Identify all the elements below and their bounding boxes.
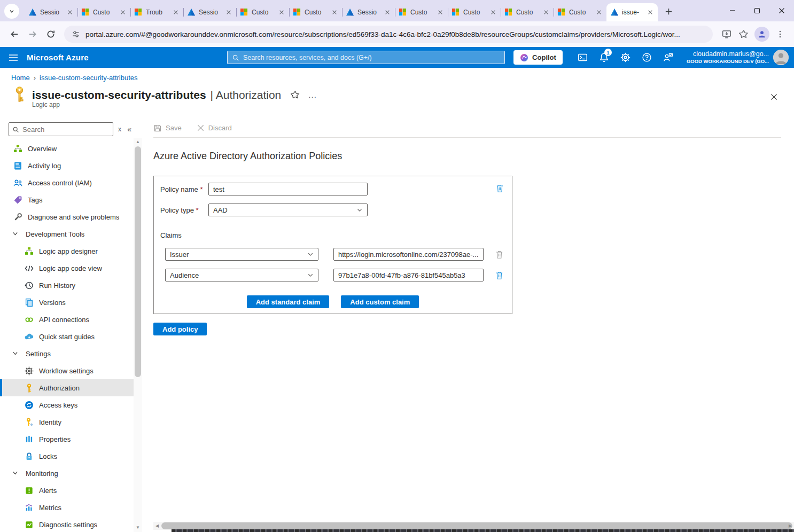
add-standard-claim-button[interactable]: Add standard claim (247, 295, 330, 308)
sidebar-item-access-keys[interactable]: Access keys (0, 396, 134, 413)
horizontal-scrollbar[interactable]: ◀ ▶ (153, 522, 794, 530)
sidebar-collapse-button[interactable]: « (127, 125, 131, 134)
sidebar-item-api-connections[interactable]: API connections (0, 311, 134, 328)
sidebar-item-quick-start-guides[interactable]: Quick start guides (0, 328, 134, 345)
sidebar-section-development-tools[interactable]: Development Tools (0, 225, 134, 242)
sidebar-search-input[interactable] (22, 126, 103, 134)
add-policy-button[interactable]: Add policy (153, 323, 207, 335)
azure-brand[interactable]: Microsoft Azure (27, 53, 89, 62)
delete-claim-button[interactable] (494, 270, 504, 280)
add-custom-claim-button[interactable]: Add custom claim (341, 295, 419, 308)
browser-tab[interactable]: Custo (554, 3, 606, 21)
sidebar-item-identity[interactable]: Identity (0, 413, 134, 431)
sidebar-item-workflow-settings[interactable]: Workflow settings (0, 362, 134, 379)
settings-button[interactable] (615, 47, 636, 68)
policy-name-input[interactable] (208, 183, 368, 195)
sidebar-item-access-control-iam[interactable]: Access control (IAM) (0, 174, 134, 191)
save-button[interactable]: Save (153, 124, 182, 132)
sidebar-item-diagnose-and-solve-problems[interactable]: Diagnose and solve problems (0, 208, 134, 225)
account-info[interactable]: cloudadmin.marius@go... GOOD WORKAROUND … (687, 50, 769, 65)
scroll-right-icon[interactable]: ▶ (787, 522, 794, 530)
minimize-button[interactable] (720, 0, 745, 21)
close-window-button[interactable] (769, 0, 794, 21)
cloud-shell-button[interactable] (572, 47, 594, 68)
browser-tab[interactable]: Custo (448, 3, 501, 21)
favorite-star-button[interactable] (291, 90, 300, 99)
tab-close-icon[interactable] (331, 9, 338, 16)
account-avatar[interactable] (773, 50, 789, 65)
help-button[interactable] (636, 47, 658, 68)
delete-claim-button[interactable] (494, 249, 504, 260)
browser-tab[interactable]: Sessio (25, 3, 77, 21)
sidebar-item-authorization[interactable]: Authorization (0, 379, 134, 396)
site-settings-icon[interactable] (72, 30, 80, 38)
tab-close-icon[interactable] (542, 9, 550, 16)
tab-close-icon[interactable] (119, 9, 127, 16)
claim-value-input[interactable] (333, 269, 484, 281)
portal-search-box[interactable]: Search resources, services, and docs (G+… (227, 51, 505, 64)
sidebar-item-properties[interactable]: Properties (0, 431, 134, 448)
reload-button[interactable] (42, 25, 60, 43)
delete-policy-button[interactable] (495, 183, 504, 193)
browser-tab[interactable]: Sessio (342, 3, 395, 21)
tab-close-icon[interactable] (225, 9, 232, 16)
feedback-button[interactable] (658, 47, 679, 68)
sidebar-item-versions[interactable]: Versions (0, 294, 134, 311)
browser-tab[interactable]: Troub (130, 3, 183, 21)
browser-menu-button[interactable] (772, 26, 789, 43)
sidebar-item-tags[interactable]: Tags (0, 191, 134, 208)
sidebar-section-monitoring[interactable]: Monitoring (0, 465, 134, 482)
browser-tab[interactable]: Custo (77, 3, 130, 21)
tab-close-icon[interactable] (489, 9, 497, 16)
sidebar-item-logic-app-designer[interactable]: Logic app designer (0, 242, 134, 260)
tab-close-icon[interactable] (66, 9, 74, 16)
policy-type-select[interactable]: AAD (208, 204, 368, 216)
back-button[interactable] (5, 25, 24, 43)
claim-value-input[interactable] (333, 248, 484, 261)
maximize-button[interactable] (745, 0, 769, 21)
tab-close-icon[interactable] (595, 9, 603, 16)
sidebar-item-locks[interactable]: Locks (0, 448, 134, 465)
browser-profile-button[interactable] (754, 27, 769, 42)
browser-tab[interactable]: Custo (236, 3, 289, 21)
sidebar-scrollbar-thumb[interactable] (135, 146, 141, 377)
sidebar-item-activity-log[interactable]: Activity log (0, 157, 134, 174)
sidebar-item-run-history[interactable]: Run History (0, 277, 134, 294)
scroll-left-icon[interactable]: ◀ (153, 522, 161, 530)
bookmark-button[interactable] (735, 26, 752, 43)
scroll-up-icon[interactable]: ▲ (134, 138, 142, 145)
claim-type-select[interactable]: Issuer (165, 248, 318, 261)
sidebar-item-overview[interactable]: Overview (0, 140, 134, 157)
sidebar-scrollbar[interactable]: ▲ ▼ (134, 138, 142, 532)
install-app-button[interactable] (718, 26, 735, 43)
notifications-button[interactable]: 1 (594, 47, 615, 68)
browser-tab[interactable]: Sessio (183, 3, 236, 21)
tab-close-icon[interactable] (172, 9, 180, 16)
tab-close-icon[interactable] (384, 9, 391, 16)
blade-close-button[interactable] (768, 91, 779, 102)
sidebar-section-settings[interactable]: Settings (0, 345, 134, 362)
sidebar-item-diagnostic-settings[interactable]: Diagnostic settings (0, 516, 134, 532)
copilot-button[interactable]: Copilot (513, 50, 563, 65)
browser-tab[interactable]: Custo (289, 3, 342, 21)
forward-button[interactable] (24, 25, 42, 43)
url-bar[interactable]: portal.azure.com/#@goodworkarounddev.onm… (64, 26, 713, 43)
browser-tab-active[interactable]: issue- (606, 3, 658, 21)
sidebar-item-metrics[interactable]: Metrics (0, 499, 134, 516)
browser-tab[interactable]: Custo (395, 3, 448, 21)
tab-close-icon[interactable] (647, 9, 654, 16)
sidebar-item-alerts[interactable]: Alerts (0, 482, 134, 499)
tab-search-button[interactable] (4, 4, 19, 19)
breadcrumb-home[interactable]: Home (11, 74, 30, 82)
more-actions-button[interactable]: ... (308, 90, 317, 99)
discard-button[interactable]: Discard (197, 124, 232, 132)
new-tab-button[interactable] (661, 4, 676, 19)
claim-type-select[interactable]: Audience (165, 269, 318, 281)
breadcrumb-resource[interactable]: issue-custom-security-attributes (40, 74, 138, 82)
scroll-down-icon[interactable]: ▼ (134, 523, 142, 531)
portal-menu-button[interactable] (0, 47, 27, 68)
sidebar-search-clear-button[interactable]: x (118, 126, 121, 133)
sidebar-item-logic-app-code-view[interactable]: Logic app code view (0, 260, 134, 277)
horizontal-scrollbar-thumb[interactable] (161, 522, 792, 529)
tab-close-icon[interactable] (437, 9, 444, 16)
